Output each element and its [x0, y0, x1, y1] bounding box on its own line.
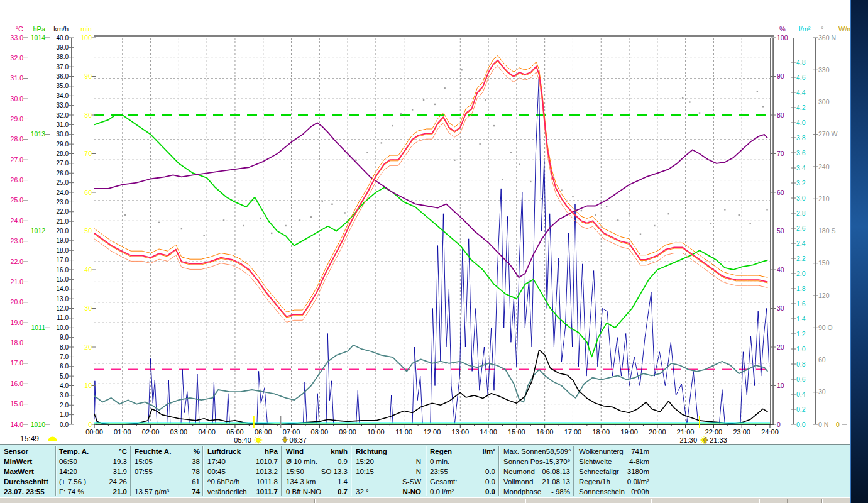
- svg-text:70: 70: [84, 150, 92, 157]
- moon-time-label: 15:49: [20, 434, 39, 443]
- svg-text:06:00: 06:00: [255, 428, 272, 436]
- richtung-dot: [485, 99, 486, 101]
- table-column-temp-a-: Temp. A.°C06:5019.314:2031.9(+ 7.56 )24.…: [59, 446, 127, 497]
- svg-text:21:30: 21:30: [679, 436, 697, 444]
- svg-text:15.0: 15.0: [11, 400, 24, 407]
- table-row: 0 min.: [430, 456, 495, 467]
- svg-text:21:33: 21:33: [710, 436, 727, 444]
- svg-text:28.0: 28.0: [11, 135, 24, 143]
- weather-table: SensorMinWertMaxWertDurchschnitt23.07. 2…: [0, 444, 850, 498]
- richtung-dot: [710, 223, 711, 224]
- svg-text:100: 100: [80, 34, 92, 41]
- svg-text:4.0: 4.0: [60, 382, 69, 389]
- table-row: 06:5019.3: [59, 456, 127, 467]
- svg-text:18.0: 18.0: [11, 339, 24, 346]
- table-row: 15:50SO 13.3: [286, 467, 348, 477]
- svg-text:10:00: 10:00: [367, 428, 385, 436]
- richtung-dot: [285, 225, 286, 226]
- svg-text:19.0: 19.0: [57, 237, 69, 244]
- table-column-wind: Windkm/hØ 10 min.0.915:50SO 13.3134.3 km…: [286, 446, 348, 497]
- table-column-feuchte-a-: Feuchte A.%15:053807:55786113.57 g/m³74: [135, 446, 200, 497]
- svg-text:20: 20: [84, 343, 92, 351]
- richtung-dot: [617, 219, 618, 221]
- svg-text:0.0: 0.0: [60, 421, 69, 428]
- svg-text:32.0: 32.0: [11, 54, 24, 62]
- svg-text:2.6: 2.6: [796, 224, 806, 232]
- table-row: 13.57 g/m³74: [135, 487, 200, 497]
- svg-text:0: 0: [777, 421, 781, 428]
- svg-text:3.2: 3.2: [796, 179, 806, 187]
- weather-chart-plot[interactable]: 00:0001:0002:0003:0004:0005:0006:0007:00…: [0, 0, 868, 444]
- richtung-dot: [203, 235, 204, 236]
- svg-text:19:00: 19:00: [620, 428, 638, 436]
- svg-text:26.0: 26.0: [11, 176, 24, 184]
- svg-text:10.0: 10.0: [57, 324, 69, 331]
- svg-text:4.2: 4.2: [796, 104, 806, 111]
- svg-text:40.0: 40.0: [57, 35, 69, 41]
- richtung-dot: [322, 200, 323, 201]
- svg-text:70: 70: [777, 150, 784, 157]
- svg-text:23.0: 23.0: [11, 237, 24, 245]
- table-row: 00:451013.2: [207, 467, 278, 477]
- svg-text:20.0: 20.0: [11, 298, 24, 306]
- statusbar-separator: [787, 499, 788, 503]
- table-row: Neumond06.08.13: [503, 467, 570, 477]
- svg-text:33.0: 33.0: [57, 102, 69, 109]
- svg-text:1013: 1013: [31, 130, 46, 138]
- table-row: 15:20N: [356, 456, 421, 467]
- table-row: Temp. A.°C: [59, 446, 127, 456]
- svg-text:210: 210: [818, 195, 830, 202]
- svg-text:4.6: 4.6: [796, 74, 806, 81]
- table-row: Regenl/m²: [430, 446, 495, 456]
- richtung-dot: [668, 213, 669, 214]
- richtung-dot: [271, 233, 272, 234]
- svg-text:07:00: 07:00: [283, 428, 300, 436]
- svg-text:1.0: 1.0: [796, 345, 806, 353]
- svg-text:hPa: hPa: [33, 25, 45, 33]
- richtung-dot: [519, 163, 520, 165]
- svg-text:3.8: 3.8: [796, 134, 806, 141]
- svg-text:01:00: 01:00: [114, 428, 131, 436]
- svg-text:37.0: 37.0: [57, 64, 69, 70]
- svg-text:25.0: 25.0: [57, 179, 69, 186]
- svg-text:60: 60: [84, 189, 92, 196]
- svg-text:0: 0: [88, 421, 92, 428]
- table-row: 0.0 l/m²0.0: [430, 487, 495, 497]
- svg-text:50: 50: [84, 227, 92, 235]
- svg-text:20:00: 20:00: [649, 428, 666, 436]
- svg-text:7.0: 7.0: [60, 353, 69, 360]
- table-row: LuftdruckhPa: [207, 446, 278, 456]
- richtung-dot: [502, 179, 503, 180]
- table-row: Richtung: [356, 446, 421, 456]
- table-divider: [573, 446, 574, 496]
- table-divider: [498, 446, 499, 496]
- svg-text:4.0: 4.0: [796, 119, 806, 126]
- table-row: (+ 7.56 )24.26: [59, 477, 127, 487]
- svg-text:11.0: 11.0: [57, 314, 69, 321]
- richtung-dot: [654, 225, 655, 226]
- svg-text:°C: °C: [16, 25, 23, 33]
- svg-text:l/m²: l/m²: [799, 25, 811, 33]
- svg-text:4.4: 4.4: [796, 89, 806, 96]
- richtung-dot: [561, 189, 562, 191]
- table-row-header: Sensor: [4, 446, 54, 456]
- svg-text:08:00: 08:00: [311, 428, 329, 436]
- svg-text:120: 120: [818, 292, 830, 299]
- desktop-background-strip: [850, 0, 868, 503]
- svg-text:13.0: 13.0: [57, 296, 69, 302]
- svg-text:17.0: 17.0: [57, 257, 69, 263]
- richtung-dot: [581, 210, 582, 211]
- richtung-dot: [310, 216, 312, 218]
- svg-text:30: 30: [84, 304, 92, 312]
- svg-text:180 S: 180 S: [818, 227, 835, 235]
- table-row: 10:15N: [356, 467, 421, 477]
- table-row: 14:2031.9: [59, 467, 127, 477]
- table-divider: [426, 446, 426, 496]
- svg-text:36.0: 36.0: [57, 73, 69, 80]
- table-row: Sonnenschein0:00h: [579, 487, 649, 497]
- table-row-header: MaxWert: [4, 467, 54, 477]
- svg-text:9.0: 9.0: [60, 334, 69, 341]
- table-row: S-SW: [356, 477, 421, 487]
- svg-text:28.0: 28.0: [57, 150, 69, 157]
- svg-text:16:00: 16:00: [536, 428, 554, 436]
